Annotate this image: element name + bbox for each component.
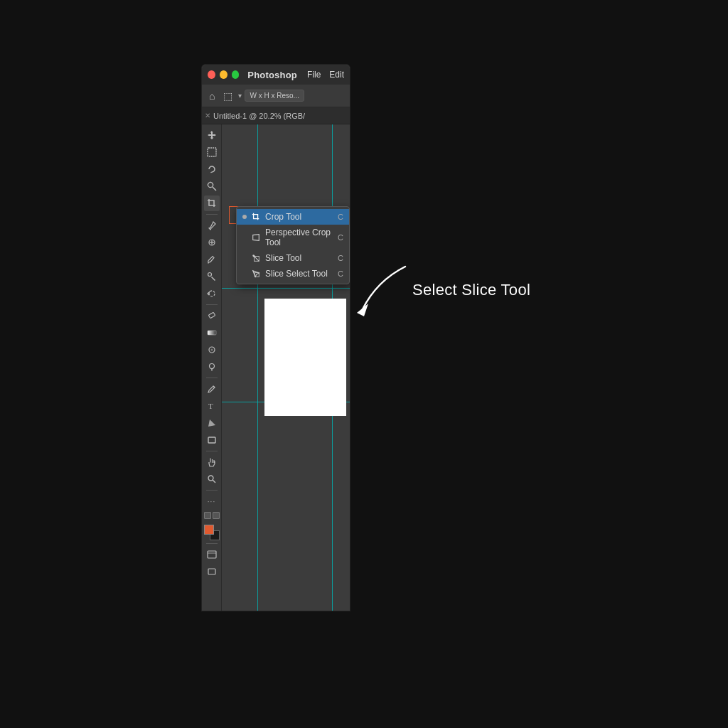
svg-point-10 xyxy=(208,273,211,277)
tool-heal[interactable] xyxy=(204,235,220,250)
svg-marker-26 xyxy=(357,304,368,316)
tool-magic-wand[interactable] xyxy=(204,178,220,194)
svg-point-16 xyxy=(209,364,214,369)
active-dot xyxy=(242,215,247,219)
menu-item-perspective-crop[interactable]: Perspective Crop Tool C xyxy=(237,225,349,250)
svg-rect-21 xyxy=(208,551,216,558)
tool-marquee[interactable] xyxy=(204,144,220,160)
screen-mode-icon[interactable] xyxy=(213,512,220,519)
slice-tool-label: Slice Tool xyxy=(265,253,333,263)
menu-item-slice-select[interactable]: Slice Select Tool C xyxy=(237,266,349,282)
foreground-color-swatch[interactable] xyxy=(204,525,214,535)
crop-tool-shortcut: C xyxy=(338,213,343,221)
tool-screen-mode-1[interactable] xyxy=(204,547,220,562)
menu-item-crop-tool[interactable]: Crop Tool C xyxy=(237,209,349,225)
svg-rect-0 xyxy=(208,148,216,156)
tab-bar: ✕ Untitled-1 @ 20.2% (RGB/ xyxy=(202,107,350,124)
main-area: T ··· xyxy=(202,124,350,611)
menu-file[interactable]: File xyxy=(307,70,321,80)
tool-brush[interactable] xyxy=(204,252,220,267)
annotation-container: Select Slice Tool xyxy=(348,252,441,326)
close-button[interactable] xyxy=(208,70,215,79)
tool-move[interactable] xyxy=(204,127,220,143)
toolbar-separator-3 xyxy=(206,378,218,378)
tool-pen[interactable] xyxy=(204,381,220,397)
tool-clone[interactable] xyxy=(204,269,220,284)
home-icon[interactable]: ⌂ xyxy=(206,89,218,103)
crop-options-icon[interactable]: ⬚ xyxy=(220,89,235,103)
svg-rect-18 xyxy=(208,437,215,443)
dimensions-dropdown[interactable]: W x H x Reso... xyxy=(245,90,304,102)
options-bar: ⌂ ⬚ ▾ W x H x Reso... xyxy=(202,85,350,107)
svg-rect-13 xyxy=(208,331,216,335)
guide-vertical-1 xyxy=(257,124,258,611)
svg-line-1 xyxy=(213,187,216,191)
menu-item-slice-tool[interactable]: Slice Tool C xyxy=(237,250,349,266)
annotation-text: Select Slice Tool xyxy=(412,281,530,299)
color-swatches[interactable] xyxy=(204,525,220,540)
tool-eraser[interactable] xyxy=(204,308,220,323)
app-name: Photoshop xyxy=(247,70,297,80)
tool-dodge[interactable] xyxy=(204,359,220,375)
tool-text[interactable]: T xyxy=(204,398,220,414)
quick-mask-icon[interactable] xyxy=(204,512,211,519)
guide-horizontal-1 xyxy=(222,288,350,289)
svg-point-19 xyxy=(208,476,213,481)
svg-rect-12 xyxy=(208,312,215,318)
tool-zoom[interactable] xyxy=(204,471,220,487)
canvas-document xyxy=(264,299,346,416)
menu-bar: File Edit xyxy=(307,70,344,80)
tool-lasso[interactable] xyxy=(204,161,220,177)
tool-hand[interactable] xyxy=(204,454,220,470)
slice-tool-shortcut: C xyxy=(338,254,343,262)
tool-gradient[interactable] xyxy=(204,325,220,341)
svg-point-2 xyxy=(208,183,213,188)
slice-select-icon xyxy=(251,269,261,279)
svg-rect-23 xyxy=(208,569,215,574)
tab-close-button[interactable]: ✕ xyxy=(205,112,210,119)
tool-extras[interactable]: ··· xyxy=(204,493,220,509)
crop-tool-icon xyxy=(251,212,261,222)
slice-select-shortcut: C xyxy=(338,269,343,278)
tool-crop[interactable] xyxy=(204,196,220,211)
tool-history[interactable] xyxy=(204,286,220,301)
toolbar-separator-1 xyxy=(206,214,218,215)
svg-point-11 xyxy=(209,291,215,296)
canvas-area: Crop Tool C Perspective Crop Tool C xyxy=(222,124,350,611)
menu-edit[interactable]: Edit xyxy=(329,70,344,80)
tool-screen-mode-2[interactable] xyxy=(204,564,220,579)
crop-tool-label: Crop Tool xyxy=(265,212,333,222)
maximize-button[interactable] xyxy=(232,70,240,79)
slice-tool-icon xyxy=(251,253,261,263)
options-dropdown-arrow[interactable]: ▾ xyxy=(238,92,242,100)
toolbar-separator-2 xyxy=(206,304,218,305)
toolbar-separator-5 xyxy=(206,490,218,491)
perspective-crop-shortcut: C xyxy=(338,233,343,242)
photoshop-window: Photoshop File Edit ⌂ ⬚ ▾ W x H x Reso..… xyxy=(201,64,350,611)
slice-select-label: Slice Select Tool xyxy=(265,269,333,279)
perspective-crop-icon xyxy=(251,232,261,242)
context-menu: Crop Tool C Perspective Crop Tool C xyxy=(236,206,350,284)
perspective-crop-label: Perspective Crop Tool xyxy=(265,228,333,247)
title-bar: Photoshop File Edit xyxy=(202,65,350,85)
tool-rectangle[interactable] xyxy=(204,432,220,448)
tool-path-select[interactable] xyxy=(204,415,220,431)
tab-label: Untitled-1 @ 20.2% (RGB/ xyxy=(213,112,305,120)
svg-text:T: T xyxy=(208,402,213,410)
toolbar-separator-6 xyxy=(206,543,218,544)
svg-point-15 xyxy=(210,349,213,351)
svg-line-20 xyxy=(213,480,215,483)
toolbar: T ··· xyxy=(202,124,222,611)
tool-eyedropper[interactable] xyxy=(204,218,220,233)
toolbar-separator-4 xyxy=(206,451,218,451)
tool-blur[interactable] xyxy=(204,342,220,358)
quick-mask-row xyxy=(204,512,220,519)
minimize-button[interactable] xyxy=(220,70,228,79)
